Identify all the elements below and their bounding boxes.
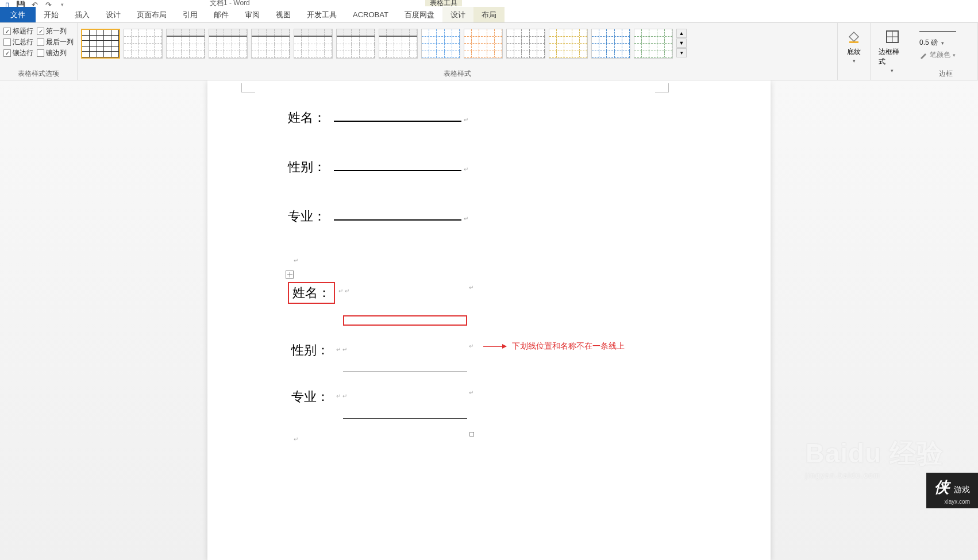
ribbon-tabs: 文件 开始 插入 设计 页面布局 引用 邮件 审阅 视图 开发工具 ACROBA… bbox=[0, 7, 978, 23]
table-style-thumb[interactable] bbox=[464, 29, 503, 59]
table-cell-underline[interactable] bbox=[343, 315, 467, 326]
checkbox-icon: ✓ bbox=[37, 28, 44, 35]
chevron-down-icon: ▾ bbox=[853, 58, 856, 64]
watermark-url: xiayx.com bbox=[934, 499, 970, 505]
tab-design[interactable]: 设计 bbox=[98, 7, 129, 22]
table-move-handle-icon[interactable] bbox=[286, 271, 294, 279]
shading-label: 底纹 bbox=[847, 47, 861, 57]
table-style-thumb[interactable] bbox=[336, 29, 375, 59]
table-cell-underline[interactable] bbox=[343, 418, 467, 419]
cell-mark-icon: ↵ ↵ bbox=[336, 393, 347, 399]
check-banded-col[interactable]: 镶边列 bbox=[37, 48, 67, 58]
border-line-preview[interactable] bbox=[919, 31, 956, 36]
border-style-label: 边框样式 bbox=[879, 47, 906, 67]
shading-button[interactable]: 底纹 ▾ bbox=[840, 25, 868, 66]
tab-review[interactable]: 审阅 bbox=[237, 7, 268, 22]
table-cell-underline[interactable] bbox=[343, 372, 467, 372]
table-style-thumb[interactable] bbox=[634, 29, 673, 59]
border-weight-select[interactable]: 0.5 磅 ▾ bbox=[919, 38, 944, 48]
check-label: 最后一列 bbox=[46, 37, 74, 47]
field-gender[interactable]: 性别： ↵ bbox=[288, 159, 690, 176]
tab-mailings[interactable]: 邮件 bbox=[206, 7, 237, 22]
table-style-thumb[interactable] bbox=[379, 29, 418, 59]
group-label: 表格样式选项 bbox=[0, 69, 77, 80]
gallery-down-icon[interactable]: ▼ bbox=[676, 38, 687, 48]
tab-file[interactable]: 文件 bbox=[0, 7, 36, 22]
tab-developer[interactable]: 开发工具 bbox=[299, 7, 345, 22]
watermark-xiayx: 侠 游戏 xiayx.com bbox=[926, 473, 978, 508]
tab-view[interactable]: 视图 bbox=[268, 7, 299, 22]
gallery-more-icon[interactable]: ▾ bbox=[676, 48, 687, 57]
underline bbox=[334, 110, 461, 122]
gallery-up-icon[interactable]: ▲ bbox=[676, 29, 687, 38]
check-last-col[interactable]: 最后一列 bbox=[37, 37, 74, 47]
table-style-thumb[interactable] bbox=[209, 29, 248, 59]
chevron-down-icon: ▾ bbox=[941, 40, 944, 46]
border-style-button[interactable]: 边框样式 ▾ bbox=[874, 25, 910, 76]
tab-baidu-disk[interactable]: 百度网盘 bbox=[396, 7, 442, 22]
arrow-icon bbox=[483, 346, 506, 347]
paint-bucket-icon bbox=[845, 28, 863, 46]
table-style-thumb[interactable] bbox=[81, 29, 120, 59]
checkbox-icon bbox=[37, 49, 44, 57]
group-label: 表格样式 bbox=[78, 69, 837, 80]
border-style-icon bbox=[883, 28, 902, 46]
field-major[interactable]: 专业： ↵ bbox=[288, 208, 690, 225]
paragraph-mark-icon: ↵ bbox=[464, 215, 468, 222]
table-style-thumb[interactable] bbox=[251, 29, 290, 59]
tab-insert[interactable]: 插入 bbox=[67, 7, 98, 22]
underline bbox=[334, 209, 461, 221]
table-style-thumb[interactable] bbox=[124, 29, 163, 59]
tab-acrobat[interactable]: ACROBAT bbox=[345, 7, 396, 22]
document-area[interactable]: 姓名： ↵ 性别： ↵ 专业： ↵ ↵ 姓名： ↵ ↵ ↵ bbox=[0, 80, 978, 560]
table-style-thumb[interactable] bbox=[591, 29, 630, 59]
field-label: 姓名： bbox=[288, 109, 334, 126]
pen-color-label: 笔颜色 bbox=[930, 50, 950, 60]
table-style-thumb[interactable] bbox=[294, 29, 333, 59]
table-style-thumb[interactable] bbox=[506, 29, 545, 59]
pen-icon bbox=[919, 51, 927, 59]
group-table-styles: ▲ ▼ ▾ 表格样式 bbox=[78, 23, 838, 80]
ribbon: ✓ 标题行 ✓ 第一列 汇总行 最后一列 bbox=[0, 23, 978, 80]
check-label: 汇总行 bbox=[13, 37, 33, 47]
table-style-thumb[interactable] bbox=[166, 29, 205, 59]
table-cell-label: 姓名： bbox=[288, 282, 335, 304]
checkbox-icon bbox=[37, 38, 44, 46]
svg-rect-0 bbox=[849, 41, 858, 43]
tab-table-design[interactable]: 设计 bbox=[442, 7, 473, 22]
title-bar: ▯ 💾 ↶ ↷ ▾ 文档1 - Word 表格工具 bbox=[0, 0, 978, 7]
group-borders: 0.5 磅 ▾ 笔颜色 ▾ 边框 bbox=[914, 23, 978, 80]
table-tools-context: 设计 布局 bbox=[442, 7, 505, 22]
tab-references[interactable]: 引用 bbox=[175, 7, 206, 22]
crop-mark-icon bbox=[655, 83, 669, 92]
check-header-row[interactable]: ✓ 标题行 bbox=[3, 26, 33, 36]
table-style-thumb[interactable] bbox=[549, 29, 588, 59]
underline bbox=[334, 160, 461, 171]
cell-mark-icon: ↵ bbox=[469, 343, 473, 349]
context-tool-label: 表格工具 bbox=[425, 0, 462, 6]
field-name[interactable]: 姓名： ↵ bbox=[288, 109, 690, 126]
check-first-col[interactable]: ✓ 第一列 bbox=[37, 26, 67, 36]
checkbox-icon bbox=[3, 38, 11, 46]
tab-table-layout[interactable]: 布局 bbox=[473, 7, 505, 22]
tab-page-layout[interactable]: 页面布局 bbox=[129, 7, 175, 22]
chevron-down-icon: ▾ bbox=[891, 68, 894, 74]
table-style-thumb[interactable] bbox=[421, 29, 460, 59]
watermark-text: 游戏 bbox=[954, 485, 970, 494]
check-banded-row[interactable]: ✓ 镶边行 bbox=[3, 48, 33, 58]
paragraph-mark-icon: ↵ bbox=[294, 257, 690, 264]
check-label: 镶边行 bbox=[13, 48, 33, 58]
tab-home[interactable]: 开始 bbox=[36, 7, 67, 22]
table-row-name[interactable]: 姓名： ↵ ↵ ↵ bbox=[288, 282, 690, 304]
field-label: 专业： bbox=[288, 208, 334, 225]
pen-color-button[interactable]: 笔颜色 ▾ bbox=[919, 50, 956, 60]
annotation: 下划线位置和名称不在一条线上 bbox=[483, 341, 625, 352]
cell-mark-icon: ↵ ↵ bbox=[336, 346, 347, 353]
table-row-major[interactable]: 专业： ↵ ↵ ↵ bbox=[288, 387, 690, 407]
table-cell-label: 专业： bbox=[288, 387, 333, 407]
watermark-logo: 侠 bbox=[934, 477, 949, 497]
page[interactable]: 姓名： ↵ 性别： ↵ 专业： ↵ ↵ 姓名： ↵ ↵ ↵ bbox=[207, 80, 771, 560]
check-total-row[interactable]: 汇总行 bbox=[3, 37, 33, 47]
gallery-scroll: ▲ ▼ ▾ bbox=[676, 29, 687, 57]
table-resize-handle-icon[interactable] bbox=[469, 432, 474, 437]
